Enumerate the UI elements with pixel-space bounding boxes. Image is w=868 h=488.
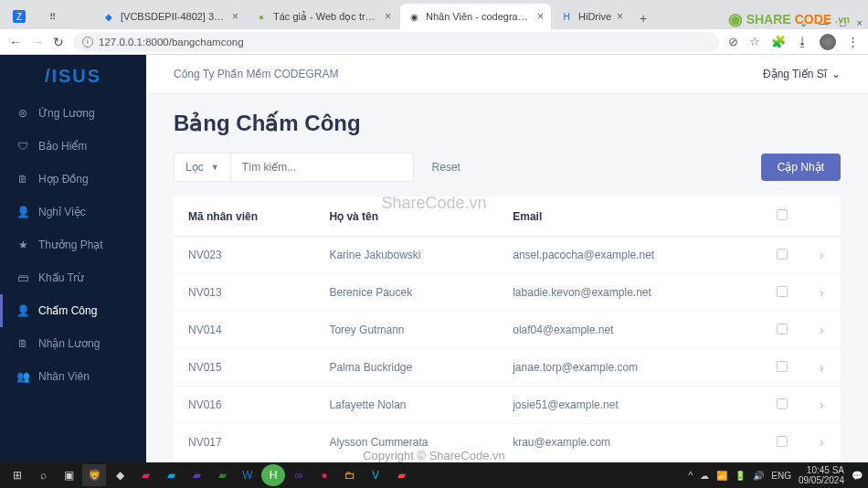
- tb-app-7[interactable]: W: [236, 464, 259, 486]
- tab-title: Nhân Viên - codegram.pro: [426, 11, 532, 22]
- download-icon[interactable]: ⭳: [797, 35, 809, 48]
- site-info-icon[interactable]: i: [82, 37, 93, 48]
- nav-icon: ★: [16, 239, 29, 251]
- row-checkbox[interactable]: [777, 286, 788, 297]
- close-window-icon[interactable]: ×: [857, 17, 863, 29]
- chevron-right-icon[interactable]: ›: [820, 248, 824, 262]
- profile-avatar[interactable]: [820, 34, 836, 50]
- chevron-right-icon[interactable]: ›: [820, 398, 824, 412]
- sidebar-item-1[interactable]: 🛡Bảo Hiểm: [0, 130, 146, 163]
- tab-pinned-2[interactable]: ⠿: [38, 4, 93, 29]
- start-button[interactable]: ⊞: [5, 464, 29, 486]
- tb-app-4[interactable]: ▰: [159, 464, 183, 486]
- new-tab-button[interactable]: +: [632, 7, 654, 29]
- tray-notification-icon[interactable]: 💬: [852, 471, 863, 481]
- taskbar: ⊞ ⌕ ▣ 🦁 ◆ ▰ ▰ ▰ ▰ W H ∞ ● 🗀 V ▰ ^ ☁ 📶 🔋 …: [0, 462, 868, 488]
- row-checkbox[interactable]: [777, 398, 788, 409]
- tray-cloud-icon[interactable]: ☁: [700, 471, 709, 481]
- taskview-button[interactable]: ▣: [57, 464, 80, 486]
- watermark-logo: ◉ SHARECODE.vn: [728, 9, 850, 29]
- tb-app-5[interactable]: ▰: [185, 464, 208, 486]
- extension-icon[interactable]: 🧩: [771, 35, 786, 48]
- table-row[interactable]: NV015 Palma Buckridge janae.torp@example…: [174, 349, 841, 387]
- tab-pinned-1[interactable]: Z: [5, 4, 37, 29]
- table-row[interactable]: NV023 Karine Jakubowski ansel.pacocha@ex…: [174, 237, 841, 274]
- close-icon[interactable]: ×: [385, 10, 391, 23]
- favicon-icon: H: [560, 10, 573, 23]
- tb-app-13[interactable]: ▰: [389, 464, 413, 486]
- nav-label: Chấm Công: [38, 304, 97, 317]
- tab-3[interactable]: H HiDrive ×: [553, 4, 630, 29]
- filter-button[interactable]: Lọc ▼: [174, 153, 231, 182]
- sidebar-item-2[interactable]: 🗎Hợp Đồng: [0, 163, 146, 196]
- tb-app-6[interactable]: ▰: [210, 464, 234, 486]
- tb-app-11[interactable]: 🗀: [338, 464, 362, 486]
- tb-app-10[interactable]: ●: [312, 464, 336, 486]
- row-checkbox[interactable]: [777, 361, 788, 372]
- close-icon[interactable]: ×: [232, 10, 238, 23]
- chevron-right-icon[interactable]: ›: [820, 323, 824, 337]
- tab-active[interactable]: ◉ Nhân Viên - codegram.pro ×: [400, 4, 551, 29]
- tray-speaker-icon[interactable]: 🔊: [753, 471, 764, 481]
- search-button[interactable]: ⌕: [31, 464, 55, 486]
- logo: /ISUS: [0, 55, 146, 97]
- tab-2[interactable]: ● Tác giả - Web đọc truyện ×: [248, 4, 398, 29]
- forward-icon[interactable]: →: [31, 35, 44, 49]
- user-dropdown[interactable]: Đặng Tiến Sĩ ⌄: [763, 68, 841, 80]
- table-row[interactable]: NV014 Torey Gutmann olaf04@example.net ›: [174, 312, 841, 349]
- nav-icon: 👤: [16, 304, 29, 317]
- row-checkbox[interactable]: [777, 249, 788, 260]
- tray-chevron-icon[interactable]: ^: [689, 471, 693, 481]
- table-row[interactable]: NV013 Berenice Paucek labadie.kevon@exam…: [174, 274, 841, 312]
- tab-title: HiDrive: [578, 11, 611, 22]
- sidebar-item-7[interactable]: 🗎Nhận Lương: [0, 327, 146, 360]
- tb-app-8[interactable]: H: [261, 464, 285, 486]
- nav-label: Thưởng Phạt: [38, 239, 103, 251]
- col-check: [761, 196, 802, 237]
- table-row[interactable]: NV017 Alysson Cummerata krau@example.com…: [174, 424, 841, 461]
- tray-lang[interactable]: ENG: [771, 471, 791, 481]
- tb-app-2[interactable]: ◆: [108, 464, 132, 486]
- star-icon[interactable]: ☆: [749, 35, 760, 48]
- search-input[interactable]: [231, 153, 414, 182]
- row-checkbox[interactable]: [777, 436, 788, 447]
- sidebar-item-5[interactable]: 🗃Khấu Trừ: [0, 261, 146, 294]
- sidebar-item-0[interactable]: ⊜Ứng Lương: [0, 97, 146, 130]
- nav-icon: 🗎: [16, 337, 29, 350]
- tray-wifi-icon[interactable]: 📶: [716, 471, 727, 481]
- col-id: Mã nhân viên: [174, 196, 314, 237]
- row-checkbox[interactable]: [777, 324, 788, 334]
- chevron-right-icon[interactable]: ›: [820, 285, 824, 300]
- address-bar: ← → ↻ i 127.0.0.1:8000/bangchamcong ⊘ ☆ …: [0, 29, 868, 55]
- company-name: Công Ty Phần Mềm CODEGRAM: [174, 68, 339, 80]
- reload-icon[interactable]: ↻: [53, 35, 64, 49]
- filter-label: Lọc: [185, 161, 204, 174]
- menu-icon[interactable]: ⋮: [847, 35, 859, 48]
- tab-1[interactable]: ◆ [VCBSDEPII-4802] 3.2. Xử lý gán ×: [95, 4, 246, 29]
- close-icon[interactable]: ×: [617, 10, 623, 23]
- sidebar-item-6[interactable]: 👤Chấm Công: [0, 294, 146, 327]
- sidebar-item-3[interactable]: 👤Nghỉ Việc: [0, 196, 146, 228]
- tray-clock[interactable]: 10:45 SA 09/05/2024: [799, 465, 844, 485]
- cell-name: Torey Gutmann: [314, 312, 498, 349]
- update-button[interactable]: Cập Nhật: [761, 154, 841, 181]
- close-icon[interactable]: ×: [537, 10, 544, 23]
- chevron-right-icon[interactable]: ›: [820, 360, 824, 375]
- checkbox-all[interactable]: [777, 209, 788, 220]
- tb-app-12[interactable]: V: [364, 464, 387, 486]
- tab-title: [VCBSDEPII-4802] 3.2. Xử lý gán: [121, 11, 227, 23]
- link-icon[interactable]: ⊘: [728, 35, 738, 48]
- tb-app-3[interactable]: ▰: [133, 464, 157, 486]
- tb-app-9[interactable]: ∞: [287, 464, 311, 486]
- tray-battery-icon[interactable]: 🔋: [735, 471, 746, 481]
- content-area: Bảng Chấm Công Lọc ▼ Reset Cập Nhật Mã n…: [146, 94, 868, 462]
- chevron-right-icon[interactable]: ›: [820, 435, 824, 450]
- tb-app-1[interactable]: 🦁: [82, 464, 106, 486]
- reset-link[interactable]: Reset: [432, 161, 460, 174]
- sidebar-item-4[interactable]: ★Thưởng Phạt: [0, 228, 146, 261]
- url-input[interactable]: i 127.0.0.1:8000/bangchamcong: [73, 32, 719, 52]
- sidebar-item-8[interactable]: 👥Nhân Viên: [0, 360, 146, 393]
- table-row[interactable]: NV016 Lafayette Nolan josie51@example.ne…: [174, 387, 841, 424]
- nav-icon: 🗎: [16, 173, 29, 186]
- back-icon[interactable]: ←: [9, 35, 22, 49]
